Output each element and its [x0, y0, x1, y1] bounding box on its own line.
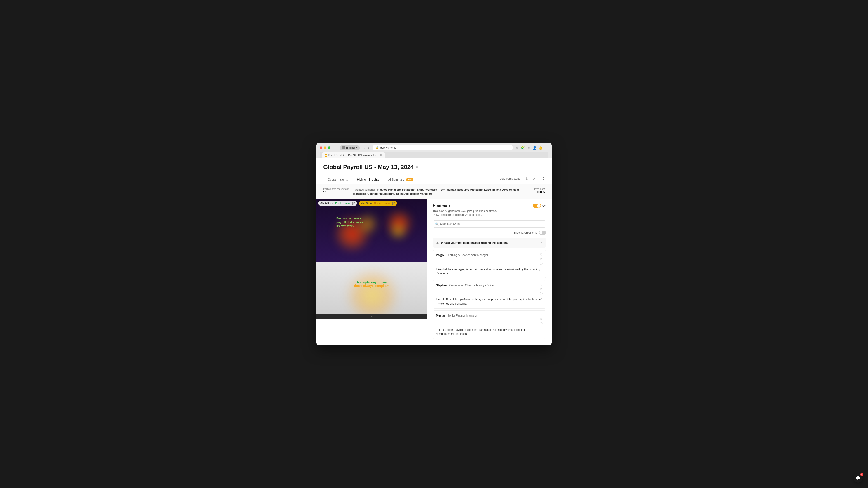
heatmap-description: This is an AI-generated eye gaze predict… [433, 209, 500, 217]
nav-buttons: ‹ › [362, 145, 371, 150]
answer-header: Peggy , Learning & Development Manager ♡… [436, 253, 543, 265]
profile-circle-icon[interactable]: 👤 [532, 146, 537, 150]
address-bar[interactable]: 🔒 app.wynter.io [373, 145, 513, 151]
tab-close-icon[interactable]: ✕ [380, 154, 382, 157]
heatmap-toggle-label: On [542, 204, 546, 207]
profile-pill[interactable]: Rippling ▾ [340, 145, 360, 150]
tab-favicon: W [325, 154, 327, 157]
answer-card: Stephen , Co-Founder, Chief Technology O… [433, 280, 546, 308]
favorites-toggle-knob [539, 231, 542, 234]
clarity-info-icon[interactable]: ⓘ [352, 202, 355, 205]
tab-highlight-insights[interactable]: Highlight insights [352, 175, 383, 184]
collapse-icon[interactable]: ∧ [540, 240, 543, 245]
respondent-name: Munan [436, 314, 445, 317]
bookmark-icon[interactable]: ☆ [527, 146, 531, 150]
heatmap-toggle-row: On [533, 203, 546, 208]
heatmap-mockup-text: Fast and accurate payroll that checks it… [336, 217, 363, 228]
expand-button[interactable]: ⛶ [539, 176, 545, 182]
heatmap-info: Heatmap This is an AI-generated eye gaze… [433, 203, 500, 217]
share-button[interactable]: ↗ [532, 176, 537, 182]
forward-button[interactable]: › [367, 145, 371, 150]
answer-text: I like that the messaging is both simple… [436, 267, 543, 275]
answer-actions: ♡ ⚑ ⓘ [540, 253, 543, 265]
more-value: Mediocre range [374, 202, 391, 204]
heart-icon[interactable]: ♡ [540, 253, 543, 256]
participants-label: Participants requested: [323, 188, 349, 190]
info-icon[interactable]: ⓘ [540, 261, 543, 265]
answer-header: Munan , Senior Finance Manager ♡ ⚑ ⓘ [436, 313, 543, 326]
respondent-name: Peggy [436, 254, 444, 257]
profile-icon [342, 146, 345, 149]
heart-icon[interactable]: ♡ [540, 313, 543, 317]
minimize-traffic-light[interactable] [324, 147, 327, 149]
heart-icon[interactable]: ♡ [540, 283, 543, 287]
info-icon[interactable]: ⓘ [540, 322, 543, 326]
progress-section: Progress: 100% [534, 188, 545, 194]
info-bar: Participants requested: 15 Targeted audi… [316, 184, 552, 199]
heatmap-toggle[interactable] [533, 203, 541, 208]
flag-icon[interactable]: ⚑ [540, 287, 543, 291]
clarity-value: Positive range [335, 202, 350, 204]
browser-chrome: ⊞ Rippling ▾ ‹ › 🔒 app.wynter.io ↻ 🧩 [316, 143, 552, 158]
question-label: Q1 What's your first reaction after read… [436, 241, 508, 245]
answer-card: Peggy , Learning & Development Manager ♡… [433, 250, 546, 278]
page-title: Global Payroll US - May 13, 2024 [323, 164, 414, 170]
toggle-knob [537, 204, 541, 207]
respondent-info: Peggy , Learning & Development Manager [436, 253, 488, 257]
notifications-icon[interactable]: 🔔 [538, 146, 542, 150]
tab-bar: W Global Payroll US - May 13, 2024 (comp… [320, 152, 548, 158]
question-header[interactable]: Q1 What's your first reaction after read… [433, 238, 546, 248]
progress-label: Progress: [534, 188, 545, 190]
lock-icon: 🔒 [376, 146, 379, 149]
progress-value: 100% [534, 190, 545, 194]
search-input[interactable] [433, 220, 546, 228]
flag-icon[interactable]: ⚑ [540, 318, 543, 321]
tab-ai-summary[interactable]: AI Summary Beta [383, 175, 418, 184]
answer-card: Munan , Senior Finance Manager ♡ ⚑ ⓘ Thi… [433, 311, 546, 339]
menu-icon[interactable]: ⋮ [544, 146, 548, 150]
page-title-row: Global Payroll US - May 13, 2024 ✏ [323, 164, 545, 170]
heatmap-header: Heatmap This is an AI-generated eye gaze… [433, 203, 546, 217]
answer-actions: ♡ ⚑ ⓘ [540, 283, 543, 296]
more-info-icon[interactable]: ⓘ [392, 202, 395, 205]
question-text: What's your first reaction after reading… [441, 241, 508, 245]
browser-actions: ↻ 🧩 ☆ 👤 🔔 ⋮ [515, 146, 548, 150]
maximize-traffic-light[interactable] [328, 147, 331, 149]
back-button[interactable]: ‹ [362, 145, 366, 150]
clarity-label: ClarityScore: [320, 202, 334, 204]
answer-text: This is a global payroll solution that c… [436, 328, 543, 336]
download-button[interactable]: ⬇ [525, 176, 529, 182]
participants-value: 15 [323, 191, 349, 194]
question-number: Q1 [436, 241, 439, 245]
play-icon[interactable]: ▶ [371, 315, 373, 318]
info-icon[interactable]: ⓘ [540, 292, 543, 296]
url-text: app.wynter.io [380, 146, 396, 149]
more-score-badge: MoreScore: Mediocre range ⓘ [359, 201, 397, 206]
reload-icon[interactable]: ↻ [515, 146, 519, 150]
answer-actions: ♡ ⚑ ⓘ [540, 313, 543, 326]
close-traffic-light[interactable] [320, 147, 322, 149]
app-header: Global Payroll US - May 13, 2024 ✏ Overa… [316, 158, 552, 184]
tab-title: Global Payroll US - May 13, 2024 (comple… [329, 154, 378, 156]
answer-header: Stephen , Co-Founder, Chief Technology O… [436, 283, 543, 296]
tab-overall-insights[interactable]: Overall insights [323, 175, 352, 184]
ai-beta-badge: Beta [406, 178, 413, 181]
respondent-info: Munan , Senior Finance Manager [436, 313, 477, 318]
right-panel: Heatmap This is an AI-generated eye gaze… [427, 199, 552, 346]
profile-name: Rippling [346, 147, 355, 149]
search-icon: 🔍 [435, 222, 438, 226]
edit-title-button[interactable]: ✏ [416, 165, 419, 169]
heatmap-hero: 1 Fast and accurate payroll that checks … [316, 199, 427, 262]
flag-icon[interactable]: ⚑ [540, 257, 543, 260]
traffic-lights [320, 147, 331, 149]
heatmap-lower: A simple way to pay that's always compli… [316, 262, 427, 314]
active-tab[interactable]: W Global Payroll US - May 13, 2024 (comp… [322, 152, 385, 158]
extensions-icon[interactable]: 🧩 [521, 146, 525, 150]
main-content: ClarityScore: Positive range ⓘ MoreScore… [316, 199, 552, 346]
respondent-role: , Senior Finance Manager [446, 314, 477, 317]
favorites-toggle[interactable] [539, 231, 546, 235]
add-participants-button[interactable]: Add Participants [499, 176, 522, 181]
search-container: 🔍 [433, 220, 546, 228]
sidebar-toggle-icon[interactable]: ⊞ [333, 145, 337, 150]
tabs-right: Add Participants ⬇ ↗ ⛶ [499, 176, 545, 184]
